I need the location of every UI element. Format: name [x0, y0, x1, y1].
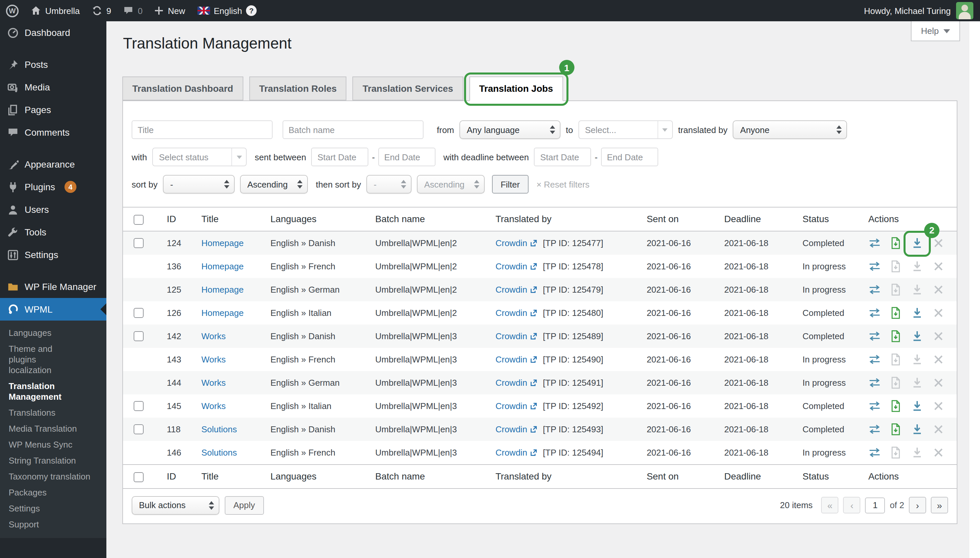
bulk-actions-select[interactable]: Bulk actions [132, 496, 220, 514]
submenu-settings[interactable]: Settings [0, 501, 107, 517]
cancel-job-icon[interactable] [932, 330, 945, 343]
translator-link[interactable]: Crowdin [495, 285, 527, 295]
job-title-link[interactable]: Works [202, 354, 226, 364]
to-language-select[interactable]: Select... [578, 120, 673, 139]
sync-translation-icon[interactable] [868, 307, 881, 319]
row-checkbox[interactable] [134, 238, 144, 248]
view-translation-file-icon[interactable] [890, 237, 902, 249]
submenu-support[interactable]: Support [0, 517, 107, 533]
cancel-job-icon[interactable] [932, 283, 945, 296]
from-language-select[interactable]: Any language [459, 120, 560, 139]
comments-link[interactable]: 0 [117, 0, 149, 21]
job-title-link[interactable]: Homepage [202, 238, 244, 248]
view-translation-file-icon[interactable] [890, 330, 902, 343]
translated-by-select[interactable]: Anyone [733, 120, 847, 139]
view-translation-file-icon[interactable] [890, 423, 902, 436]
first-page-button[interactable]: « [821, 497, 839, 514]
sync-translation-icon[interactable] [868, 283, 881, 296]
row-checkbox[interactable] [134, 332, 144, 341]
download-translation-icon[interactable] [911, 400, 923, 412]
sync-translation-icon[interactable] [868, 446, 881, 459]
download-translation-icon[interactable] [911, 423, 923, 436]
sidebar-item-plugins[interactable]: Plugins 4 [0, 176, 107, 198]
view-translation-file-icon[interactable] [890, 260, 902, 273]
deadline-start-date-input[interactable] [534, 148, 592, 166]
submenu-media-translation[interactable]: Media Translation [0, 421, 107, 437]
download-translation-icon[interactable] [911, 307, 923, 319]
cancel-job-icon[interactable] [932, 237, 945, 249]
deadline-end-date-input[interactable] [601, 148, 658, 166]
select-all-checkbox[interactable] [134, 472, 144, 482]
sync-translation-icon[interactable] [868, 423, 881, 436]
translator-link[interactable]: Crowdin [495, 448, 527, 458]
new-content-menu[interactable]: New [149, 0, 191, 21]
site-home-link[interactable]: Umbrella [25, 0, 86, 21]
cancel-job-icon[interactable] [932, 446, 945, 459]
view-translation-file-icon[interactable] [890, 283, 902, 296]
howdy-text[interactable]: Howdy, Michael Turing [864, 6, 951, 16]
download-translation-icon[interactable]: 2 [911, 237, 923, 249]
user-avatar[interactable] [956, 2, 973, 19]
prev-page-button[interactable]: ‹ [843, 497, 860, 514]
sync-translation-icon[interactable] [868, 260, 881, 273]
job-title-link[interactable]: Solutions [202, 424, 237, 434]
select-all-checkbox[interactable] [134, 215, 144, 225]
sidebar-item-appearance[interactable]: Appearance [0, 153, 107, 176]
translator-link[interactable]: Crowdin [495, 331, 527, 341]
title-filter-input[interactable] [132, 120, 273, 139]
sync-translation-icon[interactable] [868, 376, 881, 389]
status-select[interactable]: Select status [152, 148, 247, 166]
submenu-translations[interactable]: Translations [0, 405, 107, 421]
tab-translation-services[interactable]: Translation Services [353, 77, 463, 100]
download-translation-icon[interactable] [911, 353, 923, 366]
sent-end-date-input[interactable] [378, 148, 436, 166]
sync-translation-icon[interactable] [868, 353, 881, 366]
tab-translation-jobs[interactable]: Translation Jobs [469, 77, 563, 101]
translator-link[interactable]: Crowdin [495, 354, 527, 364]
cancel-job-icon[interactable] [932, 423, 945, 436]
job-title-link[interactable]: Homepage [202, 285, 244, 295]
row-checkbox[interactable] [134, 308, 144, 318]
row-checkbox[interactable] [134, 425, 144, 435]
submenu-languages[interactable]: Languages [0, 325, 107, 341]
apply-button[interactable]: Apply [225, 496, 264, 514]
view-translation-file-icon[interactable] [890, 446, 902, 459]
help-button[interactable]: Help [911, 21, 960, 41]
sort-secondary-order-select[interactable]: Ascending [417, 175, 485, 194]
sidebar-item-users[interactable]: Users [0, 198, 107, 221]
submenu-packages[interactable]: Packages [0, 485, 107, 501]
job-title-link[interactable]: Works [202, 378, 226, 388]
download-translation-icon[interactable] [911, 330, 923, 343]
sidebar-item-wpml[interactable]: WPML [0, 298, 107, 320]
tab-translation-roles[interactable]: Translation Roles [249, 77, 346, 100]
submenu-string-translation[interactable]: String Translation [0, 453, 107, 469]
job-title-link[interactable]: Solutions [202, 448, 237, 458]
sort-primary-select[interactable]: - [163, 175, 235, 194]
sidebar-item-comments[interactable]: Comments [0, 121, 107, 144]
view-translation-file-icon[interactable] [890, 400, 902, 412]
next-page-button[interactable]: › [909, 497, 926, 514]
sort-primary-order-select[interactable]: Ascending [240, 175, 308, 194]
download-translation-icon[interactable] [911, 283, 923, 296]
submenu-theme-plugins-localization[interactable]: Theme and plugins localization [0, 341, 79, 378]
sidebar-item-media[interactable]: Media [0, 76, 107, 98]
updates-link[interactable]: 9 [86, 0, 117, 21]
submenu-wp-menus-sync[interactable]: WP Menus Sync [0, 437, 107, 453]
current-page-input[interactable] [865, 497, 885, 513]
sidebar-item-settings[interactable]: Settings [0, 243, 107, 266]
download-translation-icon[interactable] [911, 376, 923, 389]
sent-start-date-input[interactable] [311, 148, 369, 166]
translator-link[interactable]: Crowdin [495, 401, 527, 411]
download-translation-icon[interactable] [911, 446, 923, 459]
translator-link[interactable]: Crowdin [495, 424, 527, 434]
cancel-job-icon[interactable] [932, 260, 945, 273]
last-page-button[interactable]: » [931, 497, 948, 514]
batch-name-filter-input[interactable] [283, 120, 423, 139]
cancel-job-icon[interactable] [932, 307, 945, 319]
sidebar-item-tools[interactable]: Tools [0, 221, 107, 243]
sidebar-item-posts[interactable]: Posts [0, 53, 107, 76]
tab-translation-dashboard[interactable]: Translation Dashboard [122, 77, 243, 100]
job-title-link[interactable]: Works [202, 331, 226, 341]
sidebar-item-pages[interactable]: Pages [0, 98, 107, 121]
job-title-link[interactable]: Homepage [202, 308, 244, 318]
